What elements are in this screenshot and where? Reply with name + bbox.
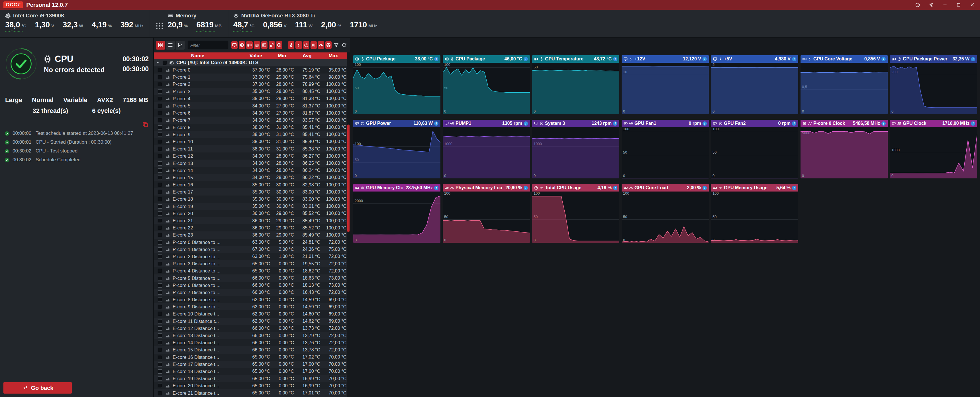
tile-header[interactable]: GPU Clock 1710,00 MHz i	[890, 120, 977, 127]
info-icon[interactable]: i	[792, 121, 796, 126]
row-checkbox[interactable]	[158, 161, 162, 166]
filter-network-button[interactable]	[269, 41, 275, 49]
table-row[interactable]: P-core 3 Distance to ... 65,00 °C 0,00 °…	[154, 260, 350, 267]
table-row[interactable]: E-core 12 34,00 °C 28,00 °C 86,27 °C 100…	[154, 153, 350, 159]
row-checkbox[interactable]	[158, 89, 162, 94]
copy-log-button[interactable]	[142, 121, 149, 128]
row-checkbox[interactable]	[158, 197, 162, 201]
table-row[interactable]: E-core 15 34,00 °C 28,00 °C 86,22 °C 100…	[154, 174, 350, 181]
table-row[interactable]: E-core 21 36,00 °C 29,00 °C 85,49 °C 100…	[154, 217, 350, 224]
tile-header[interactable]: GPU Memory Clock 2375,50 MHz i	[353, 184, 441, 191]
table-row[interactable]: E-core 11 38,00 °C 31,00 °C 85,38 °C 100…	[154, 145, 350, 153]
tile-header[interactable]: P-core 0 Clock 5486,58 MHz i	[800, 120, 888, 127]
row-checkbox[interactable]	[158, 369, 162, 374]
filter-funnel-button[interactable]	[333, 41, 340, 49]
row-checkbox[interactable]	[158, 326, 162, 331]
row-checkbox[interactable]	[158, 140, 162, 144]
row-checkbox[interactable]	[158, 305, 162, 309]
titlebar[interactable]: OCCT Personal 12.0.7	[0, 0, 980, 10]
info-icon[interactable]: i	[523, 57, 528, 61]
tile-header[interactable]: GPU Fan2 0 rpm i	[711, 120, 798, 127]
row-checkbox[interactable]	[158, 190, 162, 194]
table-row[interactable]: P-core 2 Distance to ... 63,00 °C 1,00 °…	[154, 253, 350, 260]
row-checkbox[interactable]	[158, 82, 162, 86]
info-icon[interactable]: i	[792, 57, 796, 61]
tile-header[interactable]: System 3 1243 rpm i	[532, 120, 619, 127]
row-checkbox[interactable]	[158, 240, 162, 244]
table-row[interactable]: P-core 0 Distance to ... 63,00 °C 5,00 °…	[154, 239, 350, 246]
tile-header[interactable]: CPU Package 46,00 °C i	[443, 55, 530, 63]
table-row[interactable]: P-core 0 37,00 °C 28,00 °C 75,19 °C 95,0…	[154, 66, 350, 73]
row-checkbox[interactable]	[158, 125, 162, 130]
table-row[interactable]: P-core 4 35,00 °C 28,00 °C 81,38 °C 100,…	[154, 95, 350, 102]
row-checkbox[interactable]	[158, 283, 162, 287]
tile-header[interactable]: GPU Temperature 48,72 °C i	[532, 55, 619, 63]
table-row[interactable]: E-core 12 Distance t... 66,00 °C 0,00 °C…	[154, 325, 350, 332]
close-button[interactable]	[970, 2, 975, 7]
tile-header[interactable]: GPU Core Load 2,00 % i	[622, 184, 709, 191]
info-icon[interactable]: i	[613, 186, 617, 190]
refresh-button[interactable]	[341, 41, 348, 49]
info-icon[interactable]: i	[523, 121, 528, 126]
row-checkbox[interactable]	[158, 218, 162, 223]
show-power-button[interactable]	[303, 41, 309, 49]
row-checkbox[interactable]	[158, 233, 162, 237]
table-row[interactable]: P-core 3 35,00 °C 28,00 °C 80,45 °C 100,…	[154, 88, 350, 95]
tile-header[interactable]: Physical Memory Load 20,90 % i	[443, 184, 530, 191]
table-view-button[interactable]	[166, 41, 175, 49]
table-scrollbar[interactable]	[347, 53, 350, 397]
row-checkbox[interactable]	[158, 261, 162, 266]
row-checkbox[interactable]	[158, 75, 162, 79]
row-checkbox[interactable]	[158, 319, 162, 324]
row-checkbox[interactable]	[158, 147, 162, 151]
show-clocks-button[interactable]	[310, 41, 317, 49]
info-icon[interactable]: i	[881, 121, 886, 126]
table-row[interactable]: E-core 8 38,00 °C 31,00 °C 85,41 °C 100,…	[154, 124, 350, 131]
row-checkbox[interactable]	[158, 298, 162, 302]
row-checkbox[interactable]	[158, 111, 162, 115]
table-row[interactable]: P-core 7 Distance to ... 66,00 °C 0,00 °…	[154, 289, 350, 296]
table-row[interactable]: E-core 14 34,00 °C 28,00 °C 86,24 °C 100…	[154, 167, 350, 174]
table-row[interactable]: E-core 15 Distance t... 66,00 °C 0,00 °C…	[154, 346, 350, 353]
table-row[interactable]: P-core 6 Distance to ... 66,00 °C 0,00 °…	[154, 282, 350, 289]
table-row[interactable]: P-core 6 34,00 °C 27,00 °C 81,87 °C 100,…	[154, 110, 350, 116]
table-row[interactable]: E-core 19 35,00 °C 30,00 °C 83,01 °C 100…	[154, 203, 350, 210]
row-checkbox[interactable]	[158, 391, 162, 395]
table-row[interactable]: E-core 18 Distance t... 65,00 °C 0,00 °C…	[154, 368, 350, 375]
row-checkbox[interactable]	[158, 154, 162, 158]
info-icon[interactable]: i	[881, 57, 886, 61]
row-checkbox[interactable]	[158, 269, 162, 273]
table-row[interactable]: E-core 16 Distance t... 65,00 °C 0,00 °C…	[154, 354, 350, 361]
table-row[interactable]: E-core 20 Distance t... 65,00 °C 0,00 °C…	[154, 382, 350, 389]
row-checkbox[interactable]	[158, 118, 162, 122]
row-checkbox[interactable]	[158, 255, 162, 259]
row-checkbox[interactable]	[158, 276, 162, 281]
table-scrollbar-thumb[interactable]	[347, 124, 350, 232]
table-row[interactable]: E-core 17 35,00 °C 30,00 °C 83,00 °C 100…	[154, 188, 350, 196]
info-icon[interactable]: i	[434, 121, 438, 126]
info-icon[interactable]: i	[971, 57, 975, 61]
tile-header[interactable]: +5V 4,980 V i	[711, 55, 798, 63]
row-checkbox[interactable]	[158, 247, 162, 252]
filter-memory-button[interactable]	[254, 41, 260, 49]
table-row[interactable]: P-core 1 Distance to ... 67,00 °C 2,00 °…	[154, 246, 350, 253]
show-fans-button[interactable]	[325, 41, 332, 49]
row-checkbox[interactable]	[158, 312, 162, 316]
table-row[interactable]: P-core 2 37,00 °C 28,00 °C 78,99 °C 100,…	[154, 81, 350, 88]
info-icon[interactable]: i	[971, 121, 975, 126]
table-row[interactable]: P-core 1 33,00 °C 25,00 °C 75,64 °C 98,0…	[154, 73, 350, 81]
row-checkbox[interactable]	[158, 333, 162, 338]
info-icon[interactable]: i	[523, 186, 528, 190]
table-row[interactable]: E-core 19 Distance t... 65,00 °C 0,00 °C…	[154, 375, 350, 382]
table-row[interactable]: E-core 21 Distance t... 65,00 °C 0,00 °C…	[154, 389, 350, 397]
table-row[interactable]: P-core 4 Distance to ... 65,00 °C 0,00 °…	[154, 267, 350, 274]
table-row[interactable]: E-core 13 34,00 °C 28,00 °C 86,25 °C 100…	[154, 159, 350, 167]
table-row[interactable]: E-core 16 35,00 °C 30,00 °C 82,98 °C 100…	[154, 181, 350, 188]
go-back-button[interactable]: Go back	[3, 382, 72, 394]
table-row[interactable]: E-core 11 Distance t... 62,00 °C 0,00 °C…	[154, 318, 350, 325]
filter-motherboard-button[interactable]	[231, 41, 238, 49]
filter-storage-button[interactable]	[261, 41, 267, 49]
show-usage-button[interactable]	[318, 41, 324, 49]
show-temperatures-button[interactable]	[288, 41, 294, 49]
table-row[interactable]: E-core 17 Distance t... 65,00 °C 0,00 °C…	[154, 361, 350, 368]
